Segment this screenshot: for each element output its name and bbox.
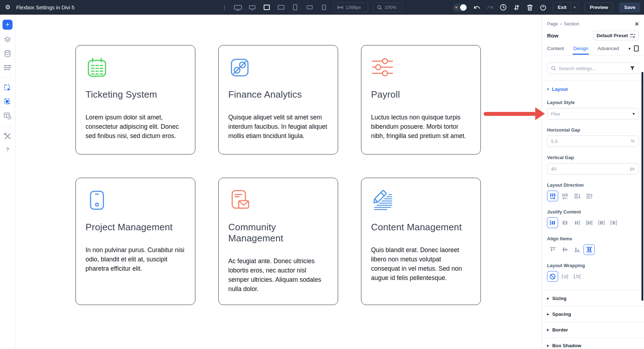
card-content-management[interactable]: Content Management Quis blandit erat. Do… [361,178,481,305]
align-stretch-button[interactable] [584,244,595,255]
sizing-group-header[interactable]: ▸ Sizing [542,291,644,306]
zoom-input[interactable] [385,5,399,10]
tabs-caret-icon[interactable]: ▾ [628,46,630,55]
sliders-icon [371,56,394,79]
desktop-icon[interactable] [248,3,257,12]
layout-group-header[interactable]: ▾ Layout [547,87,639,92]
justify-flex-start-button[interactable] [547,217,558,228]
card-body: In non pulvinar purus. Curabitur nisi od… [86,246,185,274]
tools-icon[interactable] [4,132,11,140]
direction-row-button[interactable] [547,191,558,201]
default-preset-button[interactable]: Default Preset [593,31,639,40]
history-clock-icon[interactable] [500,4,507,11]
power-icon[interactable] [540,4,547,11]
phone-small-icon[interactable] [319,3,328,12]
preview-label: Preview [590,5,608,10]
card-ticketing-system[interactable]: Ticketing System Lorem ipsum dolor sit a… [75,45,195,154]
viewport-width-input[interactable] [346,5,364,10]
sun-icon: ☀ [454,5,458,10]
element-box-icon[interactable] [634,45,639,51]
direction-column-button[interactable] [571,191,582,201]
card-body: Lorem ipsum dolor sit amet, consectetur … [86,113,185,141]
tabs-divider [542,55,644,55]
builder-left-sidebar: + ? [0,15,15,349]
caret-down-icon: ▾ [547,87,549,92]
save-button[interactable]: Save [619,3,640,13]
tab-advanced[interactable]: Advanced [597,46,619,55]
add-module-button[interactable]: + [3,20,13,30]
wireframe-list-icon[interactable] [4,64,11,72]
justify-space-evenly-button[interactable] [608,217,619,228]
width-arrows-icon [337,5,343,10]
card-community-management[interactable]: Community Management Ac feugiat ante. Do… [218,178,338,305]
settings-search[interactable] [547,63,639,74]
layout-group-title: Layout [552,87,568,92]
builder-mode-toggle[interactable]: ☀ [453,4,467,11]
exit-dropdown-caret-icon[interactable]: ▾ [570,3,578,12]
card-title: Finance Analytics [228,89,328,100]
sort-arrows-icon[interactable] [513,4,520,11]
sidebar-divider [3,126,12,126]
desktop-large-icon[interactable] [233,3,243,12]
preview-button[interactable]: Preview [585,3,613,13]
trash-icon[interactable] [526,4,533,11]
layout-style-select[interactable]: ▾ [547,108,639,119]
zoom-field[interactable] [373,3,403,12]
horizontal-gap-field[interactable]: % [547,136,639,147]
tab-content[interactable]: Content [547,46,564,55]
help-icon[interactable]: ? [6,146,9,152]
phone-portrait-icon[interactable] [291,3,300,12]
settings-tabs: Content Design Advanced ▾ [542,40,644,55]
phone-landscape-icon[interactable] [305,3,314,12]
breadcrumb-page[interactable]: Page [547,21,558,26]
vertical-gap-field[interactable]: px [547,163,639,174]
align-items-label: Align Items [547,236,639,241]
viewport-width-field[interactable] [333,3,368,12]
justify-center-button[interactable] [559,217,570,228]
panel-scrollbar[interactable] [641,72,643,301]
align-items-options [547,244,639,255]
layout-history-icon[interactable] [4,112,11,120]
select-element-filled-icon[interactable] [4,98,11,106]
settings-search-input[interactable] [559,66,627,71]
wrap-none-button[interactable] [547,271,558,282]
filter-funnel-icon[interactable] [630,66,635,70]
wrap-reverse-button[interactable] [571,271,582,282]
tablet-landscape-icon[interactable] [276,3,286,12]
border-group-header[interactable]: ▸ Border [542,322,644,338]
spacing-group-header[interactable]: ▸ Spacing [542,306,644,322]
database-icon[interactable] [4,50,11,58]
box-shadow-group-header[interactable]: ▸ Box Shadow [542,338,644,349]
layout-style-label: Layout Style [547,100,639,105]
current-viewport-icon[interactable] [262,3,271,12]
justify-space-around-button[interactable] [596,217,607,228]
wrap-button[interactable] [559,271,570,282]
page-canvas[interactable]: Ticketing System Lorem ipsum dolor sit a… [15,15,541,349]
drag-handle-icon[interactable]: ⋮ [222,4,228,11]
align-baseline-button[interactable] [571,244,582,255]
redo-icon[interactable] [487,4,494,11]
close-icon[interactable]: × [635,21,639,26]
direction-column-reverse-button[interactable] [584,191,595,201]
layers-icon[interactable] [4,36,11,44]
select-element-icon[interactable] [4,84,11,92]
settings-gear-icon[interactable]: ⚙ [5,4,10,10]
card-payroll[interactable]: Payroll Luctus lectus non quisque turpis… [361,45,481,154]
tab-design[interactable]: Design [573,46,588,55]
align-center-button[interactable] [559,244,570,255]
card-title: Payroll [371,89,470,100]
toggle-knob [460,4,467,11]
justify-space-between-button[interactable] [584,217,595,228]
breadcrumb-section[interactable]: Section [564,21,579,26]
vertical-gap-input[interactable] [551,166,630,172]
card-finance-analytics[interactable]: Finance Analytics Quisque aliquet velit … [218,45,338,154]
pencil-lines-icon [371,189,394,212]
align-flex-start-button[interactable] [547,244,558,255]
justify-flex-end-button[interactable] [571,217,582,228]
horizontal-gap-input[interactable] [551,139,631,144]
card-project-management[interactable]: Project Management In non pulvinar purus… [75,178,195,305]
direction-row-reverse-button[interactable] [559,191,570,201]
exit-button[interactable]: Exit ▾ [553,3,579,13]
layout-style-value[interactable] [551,111,633,117]
undo-icon[interactable] [473,4,480,11]
